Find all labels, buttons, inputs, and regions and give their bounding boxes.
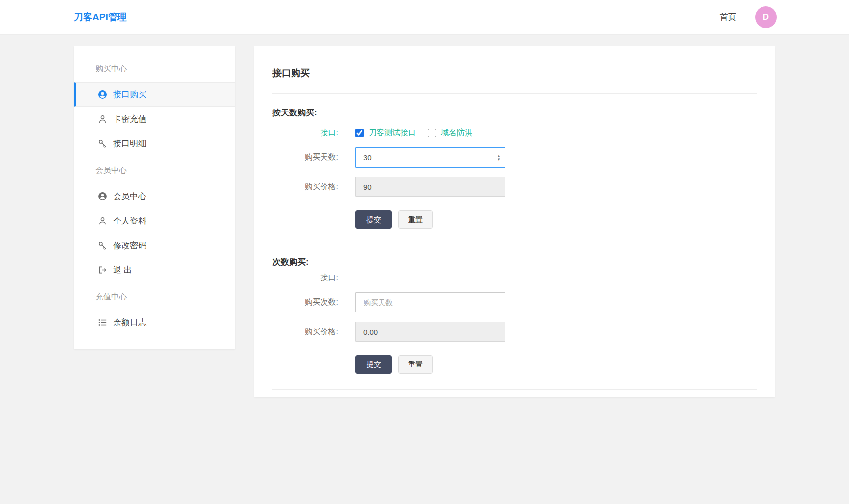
api-checkbox-group: 刀客测试接口 域名防洪 <box>355 128 484 138</box>
brand-title[interactable]: 刀客API管理 <box>74 11 127 24</box>
header-right: 首页 D <box>720 6 777 28</box>
key-icon <box>98 241 107 250</box>
day-purchase-heading: 按天数购买: <box>272 107 757 118</box>
sidebar-item-balance-log[interactable]: 余额日志 <box>74 310 235 335</box>
days-row: 购买天数: ▲▼ <box>272 147 757 168</box>
day-submit-button[interactable]: 提交 <box>355 210 392 229</box>
days-label: 购买天数: <box>272 152 338 163</box>
days-input-wrap: ▲▼ <box>355 147 505 168</box>
sidebar-section-recharge-center: 充值中心 <box>74 282 235 310</box>
count-api-label: 接口: <box>272 273 338 283</box>
api-label: 接口: <box>272 128 338 138</box>
bottom-divider <box>272 389 757 390</box>
sidebar: 购买中心 接口购买 卡密充值 接口明细 会员中心 会员中心 <box>74 46 235 349</box>
user-avatar[interactable]: D <box>755 6 777 28</box>
checkbox-daoke-test-api[interactable] <box>355 129 364 137</box>
count-buttons-row: 提交 重置 <box>355 355 757 374</box>
sidebar-section-purchase-center: 购买中心 <box>74 54 235 82</box>
sidebar-item-profile[interactable]: 个人资料 <box>74 208 235 233</box>
count-price-row: 购买价格: <box>272 322 757 342</box>
user-circle-icon <box>98 90 107 99</box>
section-divider <box>272 243 757 243</box>
day-reset-button[interactable]: 重置 <box>398 210 433 229</box>
sidebar-item-label: 接口购买 <box>113 89 146 100</box>
user-outline-icon <box>98 115 107 123</box>
api-checkbox-row: 接口: 刀客测试接口 域名防洪 <box>272 128 757 138</box>
user-circle-icon <box>98 192 107 200</box>
page-body: 购买中心 接口购买 卡密充值 接口明细 会员中心 会员中心 <box>0 34 849 397</box>
sidebar-item-label: 接口明细 <box>113 138 146 149</box>
sidebar-item-label: 个人资料 <box>113 215 146 226</box>
checkbox-label-daoke-test-api[interactable]: 刀客测试接口 <box>369 128 416 138</box>
day-price-label: 购买价格: <box>272 182 338 192</box>
page-title: 接口购买 <box>272 67 757 80</box>
sidebar-item-card-recharge[interactable]: 卡密充值 <box>74 107 235 131</box>
user-outline-icon <box>98 217 107 225</box>
sidebar-item-member-center[interactable]: 会员中心 <box>74 184 235 208</box>
day-buttons-row: 提交 重置 <box>355 210 757 229</box>
count-reset-button[interactable]: 重置 <box>398 355 433 374</box>
sign-out-icon <box>98 266 107 274</box>
nav-home-link[interactable]: 首页 <box>720 11 736 23</box>
count-api-row: 接口: <box>272 273 757 283</box>
count-row: 购买次数: <box>272 292 757 312</box>
count-purchase-heading: 次数购买: <box>272 256 757 268</box>
sidebar-item-label: 会员中心 <box>113 191 146 202</box>
sidebar-item-label: 退 出 <box>113 264 132 276</box>
number-stepper[interactable]: ▲▼ <box>497 154 501 161</box>
sidebar-item-api-details[interactable]: 接口明细 <box>74 131 235 156</box>
sidebar-item-label: 余额日志 <box>113 317 146 328</box>
count-price-label: 购买价格: <box>272 327 338 337</box>
count-submit-button[interactable]: 提交 <box>355 355 392 374</box>
count-label: 购买次数: <box>272 297 338 308</box>
sidebar-item-change-password[interactable]: 修改密码 <box>74 233 235 257</box>
checkbox-label-domain-flood[interactable]: 域名防洪 <box>441 128 472 138</box>
sidebar-item-logout[interactable]: 退 出 <box>74 257 235 282</box>
sidebar-item-label: 修改密码 <box>113 240 146 251</box>
main-panel: 接口购买 按天数购买: 接口: 刀客测试接口 域名防洪 购买天数: ▲▼ 购买价… <box>254 46 775 397</box>
count-price-input <box>355 322 505 342</box>
day-price-input <box>355 177 505 197</box>
days-input[interactable] <box>355 147 505 168</box>
key-icon <box>98 140 107 148</box>
sidebar-item-label: 卡密充值 <box>113 113 146 125</box>
sidebar-section-member-center: 会员中心 <box>74 156 235 184</box>
list-icon <box>98 318 107 327</box>
top-header: 刀客API管理 首页 D <box>0 0 849 34</box>
title-divider <box>272 93 757 94</box>
checkbox-domain-flood[interactable] <box>428 129 436 137</box>
count-input[interactable] <box>355 292 505 312</box>
sidebar-item-api-purchase[interactable]: 接口购买 <box>74 82 235 107</box>
day-price-row: 购买价格: <box>272 177 757 197</box>
